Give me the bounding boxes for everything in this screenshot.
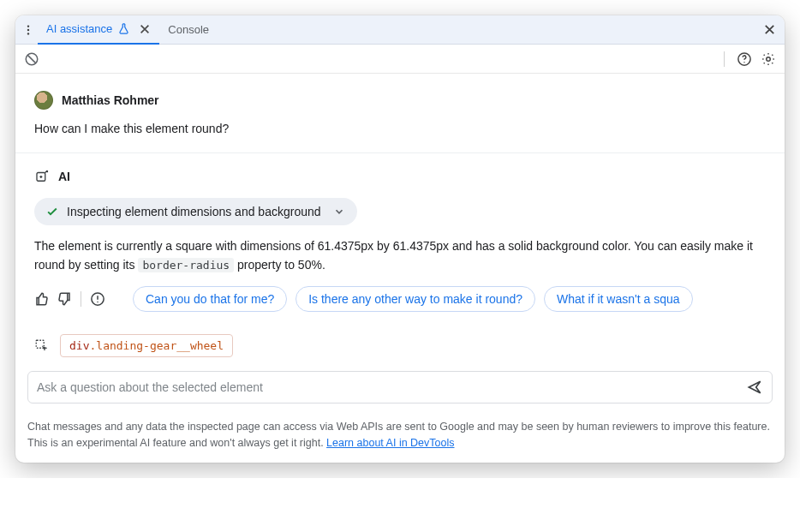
tab-label: AI assistance bbox=[46, 22, 112, 35]
ai-message-header: AI bbox=[34, 169, 766, 184]
tab-console[interactable]: Console bbox=[159, 15, 218, 45]
check-icon bbox=[46, 206, 58, 218]
flask-icon bbox=[117, 22, 130, 35]
selected-element-row: div.landing-gear__wheel bbox=[15, 320, 785, 366]
thumbs-up-icon[interactable] bbox=[34, 291, 50, 307]
suggestion-chip[interactable]: What if it wasn't a squa bbox=[544, 286, 693, 312]
prompt-input[interactable] bbox=[37, 380, 746, 394]
feedback-row: Can you do that for me? Is there any oth… bbox=[34, 286, 766, 312]
more-menu-button[interactable] bbox=[19, 15, 38, 45]
svg-rect-10 bbox=[36, 340, 44, 348]
devtools-panel: AI assistance Console bbox=[15, 15, 785, 463]
svg-point-6 bbox=[767, 57, 771, 61]
disclaimer-link[interactable]: Learn about AI in DevTools bbox=[326, 437, 454, 449]
svg-point-1 bbox=[27, 28, 29, 30]
ai-label: AI bbox=[58, 170, 70, 183]
element-class: .landing-gear__wheel bbox=[89, 339, 224, 352]
ai-reply-text: property to 50%. bbox=[234, 258, 325, 272]
tab-label: Console bbox=[168, 23, 209, 36]
element-tag: div bbox=[69, 339, 89, 352]
avatar bbox=[34, 91, 53, 110]
user-message: How can I make this element round? bbox=[34, 122, 766, 135]
help-icon[interactable] bbox=[737, 51, 752, 67]
clear-icon[interactable] bbox=[24, 51, 39, 67]
element-picker-icon[interactable] bbox=[34, 338, 50, 354]
ai-reply: The element is currently a square with d… bbox=[34, 237, 766, 274]
gear-icon[interactable] bbox=[761, 51, 776, 67]
close-panel-button[interactable] bbox=[757, 15, 781, 45]
thumbs-down-icon[interactable] bbox=[57, 291, 72, 307]
ai-status-chip[interactable]: Inspecting element dimensions and backgr… bbox=[34, 198, 357, 225]
suggestion-chip[interactable]: Is there any other way to make it round? bbox=[296, 286, 535, 312]
separator bbox=[15, 152, 785, 153]
user-name: Matthias Rohmer bbox=[62, 93, 159, 107]
svg-point-2 bbox=[27, 33, 29, 34]
tab-bar: AI assistance Console bbox=[15, 15, 785, 45]
tab-ai-assistance[interactable]: AI assistance bbox=[38, 15, 159, 45]
suggestion-chip[interactable]: Can you do that for me? bbox=[133, 286, 287, 312]
chevron-down-icon bbox=[330, 206, 345, 218]
selected-element-chip[interactable]: div.landing-gear__wheel bbox=[60, 334, 233, 357]
svg-point-9 bbox=[97, 302, 99, 303]
ai-status-text: Inspecting element dimensions and backgr… bbox=[67, 205, 321, 218]
divider bbox=[81, 291, 81, 307]
disclaimer: Chat messages and any data the inspected… bbox=[15, 414, 785, 462]
toolbar bbox=[15, 45, 785, 74]
code-inline: border-radius bbox=[138, 258, 234, 272]
chat-area: Matthias Rohmer How can I make this elem… bbox=[15, 74, 785, 320]
suggestion-chips: Can you do that for me? Is there any oth… bbox=[133, 286, 693, 312]
close-tab-icon[interactable] bbox=[135, 23, 151, 35]
svg-point-0 bbox=[27, 25, 29, 27]
user-message-header: Matthias Rohmer bbox=[34, 91, 766, 110]
svg-point-5 bbox=[743, 62, 744, 63]
divider bbox=[724, 51, 725, 67]
ai-sparkle-icon bbox=[34, 169, 50, 184]
prompt-input-wrapper bbox=[27, 371, 773, 403]
send-icon[interactable] bbox=[746, 379, 763, 396]
report-icon[interactable] bbox=[90, 291, 105, 307]
input-row bbox=[15, 366, 785, 414]
